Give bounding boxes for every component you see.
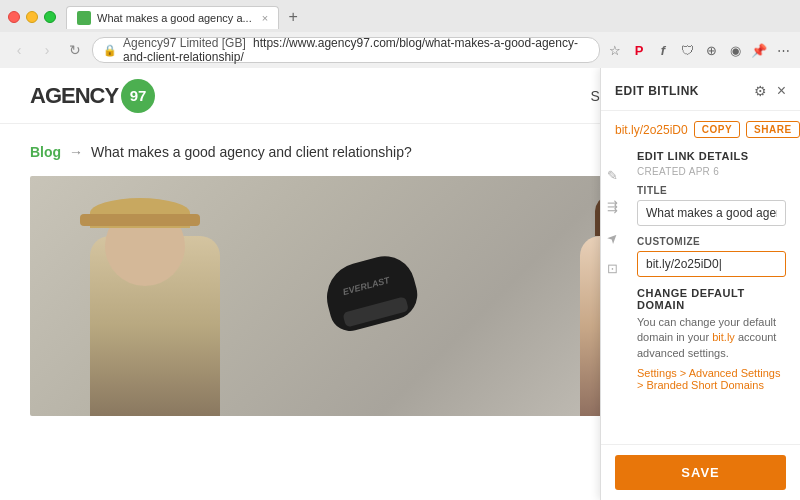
- breadcrumb-current: What makes a good agency and client rela…: [91, 144, 412, 160]
- save-button[interactable]: SAVE: [615, 455, 786, 490]
- customize-field-label: CUSTOMIZE: [637, 236, 786, 247]
- page-content: AGENCY 97 Services About Cont... Blog → …: [0, 68, 800, 500]
- panel-title: EDIT BITLINK: [615, 84, 699, 98]
- pinterest-icon[interactable]: P: [630, 41, 648, 59]
- customize-field-group: CUSTOMIZE: [637, 236, 786, 277]
- title-field-input[interactable]: [637, 200, 786, 226]
- forward-button[interactable]: ›: [36, 39, 58, 61]
- change-domain-text: You can change your default domain in yo…: [637, 315, 786, 361]
- browser-toolbar: ‹ › ↻ 🔒 Agency97 Limited [GB] https://ww…: [0, 32, 800, 68]
- customize-field-input[interactable]: [637, 251, 786, 277]
- bitly-link[interactable]: bit.ly: [712, 331, 735, 343]
- close-icon[interactable]: ×: [777, 82, 786, 100]
- panel-header-icons: ⚙ ×: [754, 82, 786, 100]
- address-domain: Agency97 Limited [GB] https://www.agency…: [123, 36, 589, 64]
- back-button[interactable]: ‹: [8, 39, 30, 61]
- share-button[interactable]: SHARE: [746, 121, 800, 138]
- logo-number: 97: [121, 79, 155, 113]
- title-field-group: TITLE: [637, 185, 786, 226]
- close-traffic-light[interactable]: [8, 11, 20, 23]
- bitlink-url: bit.ly/2o25iD0: [615, 123, 688, 137]
- boxing-glove: EVERLAST: [319, 249, 423, 335]
- puzzle-icon[interactable]: ◉: [726, 41, 744, 59]
- breadcrumb-blog[interactable]: Blog: [30, 144, 61, 160]
- bitlink-url-row: bit.ly/2o25iD0 COPY SHARE: [615, 121, 786, 138]
- tab-title: What makes a good agency a...: [97, 12, 252, 24]
- bookmark-icon[interactable]: ☆: [606, 41, 624, 59]
- address-bar[interactable]: 🔒 Agency97 Limited [GB] https://www.agen…: [92, 37, 600, 63]
- panel-header: EDIT BITLINK ⚙ ×: [601, 68, 800, 111]
- shield-icon[interactable]: 🛡: [678, 41, 696, 59]
- bookmark-side-icon[interactable]: ⊡: [607, 261, 618, 276]
- panel-body: bit.ly/2o25iD0 COPY SHARE ✎ ⇶ ➤ ⊡ EDIT L…: [601, 111, 800, 444]
- lock-icon: 🔒: [103, 44, 117, 57]
- minimize-traffic-light[interactable]: [26, 11, 38, 23]
- bitlink-panel: EDIT BITLINK ⚙ × bit.ly/2o25iD0 COPY SHA…: [600, 68, 800, 500]
- new-tab-button[interactable]: +: [283, 7, 303, 27]
- change-domain-title: CHANGE DEFAULT DOMAIN: [637, 287, 786, 311]
- logo-text: AGENCY: [30, 83, 118, 109]
- refresh-button[interactable]: ↻: [64, 39, 86, 61]
- tab-bar: What makes a good agency a... × +: [66, 6, 792, 29]
- edit-icon[interactable]: ✎: [607, 168, 618, 183]
- maximize-traffic-light[interactable]: [44, 11, 56, 23]
- person-left: [70, 196, 250, 416]
- copy-button[interactable]: COPY: [694, 121, 740, 138]
- browser-tab[interactable]: What makes a good agency a... ×: [66, 6, 279, 29]
- send-icon[interactable]: ➤: [603, 228, 621, 246]
- settings-link[interactable]: Settings > Advanced Settings > Branded S…: [637, 367, 786, 391]
- title-field-label: TITLE: [637, 185, 786, 196]
- change-domain-section: CHANGE DEFAULT DOMAIN You can change you…: [637, 287, 786, 391]
- breadcrumb-arrow: →: [69, 144, 83, 160]
- panel-side-icons: ✎ ⇶ ➤ ⊡: [601, 158, 624, 286]
- bitly-ext-icon[interactable]: ⊕: [702, 41, 720, 59]
- pin-icon[interactable]: 📌: [750, 41, 768, 59]
- edit-section: EDIT LINK DETAILS CREATED APR 6 TITLE CU…: [637, 150, 786, 391]
- font-icon[interactable]: f: [654, 41, 672, 59]
- toolbar-icons: ☆ P f 🛡 ⊕ ◉ 📌 ⋯: [606, 41, 792, 59]
- address-domain-text: Agency97 Limited [GB]: [123, 36, 246, 50]
- share-side-icon[interactable]: ⇶: [607, 199, 618, 214]
- edit-section-title: EDIT LINK DETAILS: [637, 150, 749, 162]
- browser-chrome: What makes a good agency a... × + ‹ › ↻ …: [0, 0, 800, 68]
- edit-section-header: EDIT LINK DETAILS: [637, 150, 786, 162]
- edit-section-subtitle: CREATED APR 6: [637, 166, 786, 177]
- gear-icon[interactable]: ⚙: [754, 83, 767, 99]
- overflow-icon[interactable]: ⋯: [774, 41, 792, 59]
- tab-favicon: [77, 11, 91, 25]
- browser-titlebar: What makes a good agency a... × +: [0, 0, 800, 32]
- tab-close-button[interactable]: ×: [262, 12, 268, 24]
- traffic-lights: [8, 11, 56, 23]
- logo: AGENCY 97: [30, 79, 155, 113]
- panel-footer: SAVE: [601, 444, 800, 500]
